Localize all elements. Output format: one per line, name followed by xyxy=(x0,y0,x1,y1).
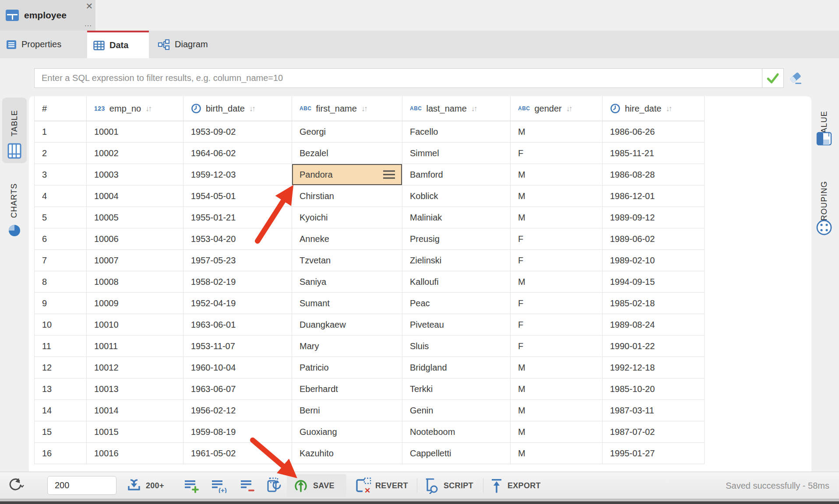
cell-last_name[interactable]: Cappelletti xyxy=(402,443,511,464)
cell-first_name[interactable]: Kyoichi xyxy=(292,207,402,228)
sort-icon[interactable]: ↓↑ xyxy=(145,104,156,113)
sort-icon[interactable]: ↓↑ xyxy=(471,104,482,113)
cell-birth_date[interactable]: 1957-05-23 xyxy=(183,250,292,271)
cell-num[interactable]: 9 xyxy=(35,293,87,314)
cell-gender[interactable]: F xyxy=(511,314,603,335)
cell-num[interactable]: 8 xyxy=(35,271,87,292)
cell-hire_date[interactable]: 1990-01-22 xyxy=(603,336,705,357)
cell-emp_no[interactable]: 10012 xyxy=(87,357,183,378)
cell-emp_no[interactable]: 10015 xyxy=(87,421,183,442)
cell-first_name[interactable]: Georgi xyxy=(292,121,402,142)
cell-hire_date[interactable]: 1986-12-01 xyxy=(603,186,705,206)
cell-num[interactable]: 1 xyxy=(35,121,87,142)
cell-birth_date[interactable]: 1959-08-19 xyxy=(183,421,292,442)
cell-hire_date[interactable]: 1985-11-21 xyxy=(603,143,705,164)
cell-num[interactable]: 6 xyxy=(35,228,87,249)
sort-icon[interactable]: ↓↑ xyxy=(249,104,260,113)
cell-first_name[interactable]: Berni xyxy=(292,400,402,421)
refresh-button[interactable] xyxy=(7,472,25,499)
column-header-hire_date[interactable]: hire_date↓↑ xyxy=(603,96,705,121)
cell-last_name[interactable]: Genin xyxy=(402,400,511,421)
cell-num[interactable]: 14 xyxy=(35,400,87,421)
cell-birth_date[interactable]: 1959-12-03 xyxy=(183,164,292,185)
cell-birth_date[interactable]: 1953-04-20 xyxy=(183,228,292,249)
cell-first_name[interactable]: Kazuhito xyxy=(292,443,402,464)
cell-emp_no[interactable]: 10010 xyxy=(87,314,183,335)
cell-first_name[interactable]: Tzvetan xyxy=(292,250,402,271)
cell-gender[interactable]: M xyxy=(511,378,603,399)
duplicate-row-button[interactable]: (+) xyxy=(211,472,228,499)
add-row-button[interactable] xyxy=(184,472,200,499)
cell-hire_date[interactable]: 1989-02-10 xyxy=(603,250,705,271)
cell-last_name[interactable]: Bamford xyxy=(402,164,511,185)
cell-first_name[interactable]: Mary xyxy=(292,336,402,357)
cell-hire_date[interactable]: 1995-01-27 xyxy=(603,443,705,464)
fetch-size-input[interactable] xyxy=(47,476,116,495)
cell-num[interactable]: 11 xyxy=(35,336,87,357)
cell-last_name[interactable]: Maliniak xyxy=(402,207,511,228)
cell-gender[interactable]: M xyxy=(511,186,603,206)
rail-tab-grouping[interactable]: GROUPING xyxy=(814,171,835,241)
cell-first_name[interactable]: Saniya xyxy=(292,271,402,292)
cell-gender[interactable]: M xyxy=(511,400,603,421)
cell-num[interactable]: 15 xyxy=(35,421,87,442)
cell-last_name[interactable]: Facello xyxy=(402,121,511,142)
save-button[interactable]: SAVE xyxy=(293,472,335,499)
cell-gender[interactable]: F xyxy=(511,293,603,314)
cell-emp_no[interactable]: 10009 xyxy=(87,293,183,314)
cell-last_name[interactable]: Bridgland xyxy=(402,357,511,378)
revert-button[interactable]: ✕ REVERT xyxy=(354,472,408,499)
cell-num[interactable]: 2 xyxy=(35,143,87,164)
cell-first_name[interactable]: Patricio xyxy=(292,357,402,378)
cell-num[interactable]: 13 xyxy=(35,378,87,399)
cell-hire_date[interactable]: 1986-08-28 xyxy=(603,164,705,185)
cell-birth_date[interactable]: 1961-05-02 xyxy=(183,443,292,464)
column-header-birth_date[interactable]: birth_date↓↑ xyxy=(183,96,292,121)
cell-first_name[interactable]: Sumant xyxy=(292,293,402,314)
cell-hire_date[interactable]: 1987-03-11 xyxy=(603,400,705,421)
fetch-next-page-button[interactable]: 200+ xyxy=(126,472,164,499)
cell-birth_date[interactable]: 1963-06-07 xyxy=(183,378,292,399)
cell-last_name[interactable]: Koblick xyxy=(402,186,511,206)
column-header-last_name[interactable]: ABClast_name↓↑ xyxy=(402,96,511,121)
export-button[interactable]: EXPORT xyxy=(490,472,541,499)
cell-last_name[interactable]: Kalloufi xyxy=(402,271,511,292)
cell-hire_date[interactable]: 1992-12-18 xyxy=(603,357,705,378)
cell-last_name[interactable]: Terkki xyxy=(402,378,511,399)
cell-hire_date[interactable]: 1987-07-02 xyxy=(603,421,705,442)
cell-birth_date[interactable]: 1953-11-07 xyxy=(183,336,292,357)
cell-first_name[interactable]: Duangkaew xyxy=(292,314,402,335)
cell-last_name[interactable]: Piveteau xyxy=(402,314,511,335)
cell-first_name[interactable]: Anneke xyxy=(292,228,402,249)
cell-emp_no[interactable]: 10006 xyxy=(87,228,183,249)
cell-gender[interactable]: M xyxy=(511,207,603,228)
cell-emp_no[interactable]: 10007 xyxy=(87,250,183,271)
column-header-num[interactable]: # xyxy=(35,96,87,121)
sort-icon[interactable]: ↓↑ xyxy=(666,104,676,113)
cell-num[interactable]: 10 xyxy=(35,314,87,335)
cell-gender[interactable]: F xyxy=(511,250,603,271)
cell-gender[interactable]: F xyxy=(511,143,603,164)
script-button[interactable]: SCRIPT xyxy=(423,472,473,499)
tab-properties[interactable]: Properties xyxy=(0,31,81,58)
cell-first_name[interactable]: Chirstian xyxy=(292,186,402,206)
cell-last_name[interactable]: Nooteboom xyxy=(402,421,511,442)
cell-gender[interactable]: F xyxy=(511,228,603,249)
sql-filter-input[interactable] xyxy=(34,68,762,88)
cell-hire_date[interactable]: 1989-06-02 xyxy=(603,228,705,249)
cell-birth_date[interactable]: 1960-10-04 xyxy=(183,357,292,378)
cell-hire_date[interactable]: 1989-08-24 xyxy=(603,314,705,335)
cell-num[interactable]: 3 xyxy=(35,164,87,185)
cell-last_name[interactable]: Peac xyxy=(402,293,511,314)
clear-filter-button[interactable] xyxy=(787,70,804,87)
apply-filter-button[interactable] xyxy=(762,68,784,88)
selected-cell-first_name[interactable]: Pandora xyxy=(292,164,402,185)
cell-num[interactable]: 16 xyxy=(35,443,87,464)
cell-hire_date[interactable]: 1986-06-26 xyxy=(603,121,705,142)
sort-icon[interactable]: ↓↑ xyxy=(566,104,577,113)
column-header-gender[interactable]: ABCgender↓↑ xyxy=(511,96,603,121)
cell-birth_date[interactable]: 1958-02-19 xyxy=(183,271,292,292)
cell-gender[interactable]: M xyxy=(511,121,603,142)
cell-hire_date[interactable]: 1994-09-15 xyxy=(603,271,705,292)
cell-gender[interactable]: M xyxy=(511,357,603,378)
